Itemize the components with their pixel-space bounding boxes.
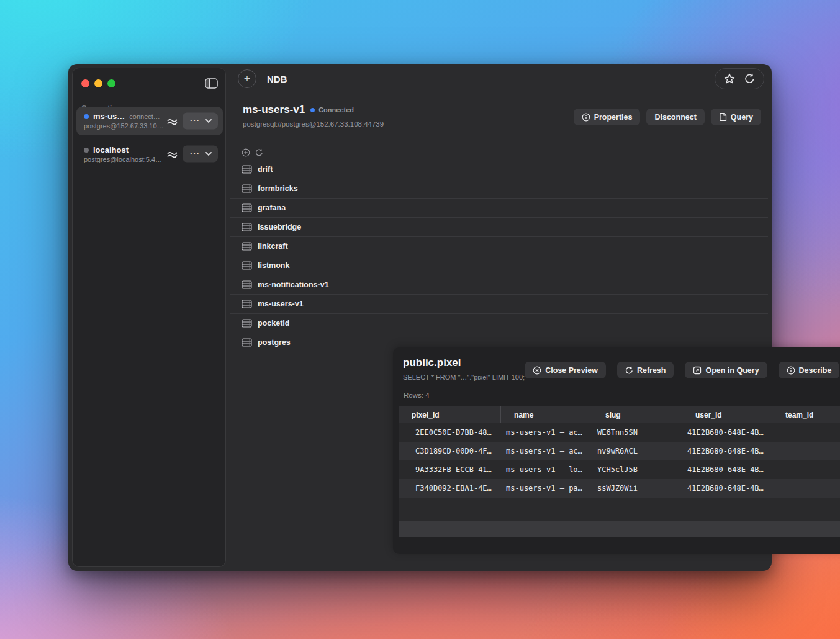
chevron-down-icon[interactable] (205, 119, 212, 123)
document-icon (719, 112, 727, 122)
connection-menu-button[interactable]: ··· (183, 113, 218, 130)
table-list: driftformbricksgrafanaissuebridgelinkcra… (230, 160, 768, 352)
connection-url: postgresql://postgres@152.67.33.108:4473… (243, 120, 384, 128)
grid-cell[interactable]: C3D189CD-00D0-4F… (399, 442, 500, 460)
connection-item-ms-users[interactable]: ms-us… connect… postgres@152.67.33.10… ·… (76, 107, 223, 135)
table-name: issuebridge (258, 223, 301, 231)
activity-wave-icon (167, 150, 178, 158)
table-list-item[interactable]: pocketid (230, 314, 768, 333)
close-window-button[interactable] (81, 79, 89, 87)
table-icon (242, 223, 252, 231)
grid-cell[interactable]: WE6Tnn5SN (592, 423, 682, 442)
connection-item-localhost[interactable]: localhost postgres@localhost:5.4… ··· (76, 140, 223, 168)
table-list-item[interactable]: linkcraft (230, 237, 768, 256)
grid-data-row[interactable]: 2EE0C50E-D7BB-48…ms-users-v1 – ac…WE6Tnn… (399, 423, 840, 442)
grid-cell[interactable]: 41E2B680-648E-4B… (682, 442, 772, 460)
grid-cell[interactable]: 41E2B680-648E-4B… (682, 460, 772, 479)
grid-cell[interactable]: ms-users-v1 – ac… (500, 442, 592, 460)
query-button[interactable]: Query (711, 109, 761, 125)
table-list-item[interactable]: grafana (230, 199, 768, 218)
info-icon (582, 113, 590, 122)
activity-wave-icon (167, 117, 178, 125)
grid-column-header[interactable]: team_id (772, 406, 840, 423)
chevron-down-icon[interactable] (205, 152, 212, 156)
ellipsis-icon: ··· (190, 115, 200, 127)
grid-cell[interactable]: 2EE0C50E-D7BB-48… (399, 423, 500, 442)
table-list-item[interactable]: drift (230, 160, 768, 179)
result-grid: pixel_idnamesluguser_idteam_idcreated_at… (399, 406, 840, 537)
grid-data-row[interactable]: C3D189CD-00D0-4F…ms-users-v1 – ac…nv9wR6… (399, 442, 840, 460)
favorite-star-icon[interactable] (724, 73, 735, 84)
grid-cell[interactable] (772, 423, 840, 442)
table-name: linkcraft (258, 242, 288, 251)
preview-sql: SELECT * FROM "…"."pixel" LIMIT 100; (403, 373, 525, 381)
preview-panel: public.pixel SELECT * FROM "…"."pixel" L… (393, 347, 840, 554)
preview-actions: Close Preview Refresh Open in Query (525, 362, 840, 378)
grid-cell[interactable]: ssWJZ0Wii (592, 479, 682, 498)
grid-data-row[interactable]: F340D092-EBA1-4E…ms-users-v1 – pa…ssWJZ0… (399, 479, 840, 498)
describe-button[interactable]: Describe (779, 362, 840, 378)
connection-name: ms-us… (93, 112, 125, 121)
info-icon (787, 366, 795, 375)
grid-data-row[interactable]: 9A3332FB-ECCB-41…ms-users-v1 – lo…YCH5cl… (399, 460, 840, 479)
grid-column-header[interactable]: slug (592, 406, 682, 423)
table-icon (242, 165, 252, 174)
grid-cell[interactable]: 41E2B680-648E-4B… (682, 479, 772, 498)
table-list-item[interactable]: formbricks (230, 179, 768, 199)
table-icon (242, 280, 252, 289)
app-window: Connections ms-us… connect… postgres@152… (68, 64, 772, 571)
grid-cell[interactable]: 9A3332FB-ECCB-41… (399, 460, 500, 479)
grid-cell[interactable]: ms-users-v1 – pa… (500, 479, 592, 498)
main-titlebar: + NDB (230, 64, 772, 94)
minimize-window-button[interactable] (94, 79, 102, 87)
table-name: pocketid (258, 319, 289, 328)
table-list-item[interactable]: issuebridge (230, 218, 768, 237)
table-list-item[interactable]: ms-users-v1 (230, 295, 768, 314)
ellipsis-icon: ··· (190, 148, 200, 159)
open-in-query-button[interactable]: Open in Query (685, 362, 767, 378)
grid-cell[interactable] (772, 460, 840, 479)
grid-body: 2EE0C50E-D7BB-48…ms-users-v1 – ac…WE6Tnn… (399, 423, 840, 498)
table-list-item[interactable]: listmonk (230, 256, 768, 275)
refresh-preview-button[interactable]: Refresh (617, 362, 674, 378)
refresh-tables-icon[interactable] (255, 148, 263, 157)
connected-status-dot (84, 114, 89, 119)
grid-cell[interactable] (772, 479, 840, 498)
app-title: NDB (267, 74, 287, 84)
new-tab-button[interactable]: + (238, 69, 256, 88)
toggle-sidebar-icon[interactable] (205, 78, 218, 89)
reload-icon[interactable] (744, 73, 755, 84)
grid-column-header[interactable]: name (500, 406, 592, 423)
grid-column-header[interactable]: user_id (682, 406, 772, 423)
grid-cell[interactable]: ms-users-v1 – lo… (500, 460, 592, 479)
titlebar-actions (715, 68, 764, 89)
horizontal-scrollbar[interactable] (399, 521, 840, 537)
disconnect-button[interactable]: Disconnect (646, 109, 704, 125)
table-icon (242, 319, 252, 328)
close-preview-button[interactable]: Close Preview (525, 362, 606, 378)
grid-column-header[interactable]: pixel_id (399, 406, 500, 423)
grid-cell[interactable]: YCH5clJ5B (592, 460, 682, 479)
grid-cell[interactable]: ms-users-v1 – ac… (500, 423, 592, 442)
grid-cell[interactable]: F340D092-EBA1-4E… (399, 479, 500, 498)
grid-cell[interactable]: 41E2B680-648E-4B… (682, 423, 772, 442)
zoom-window-button[interactable] (107, 79, 115, 87)
connection-header: ms-users-v1 Connected postgresql://postg… (243, 104, 384, 128)
preview-title: public.pixel (403, 357, 461, 369)
table-name: listmonk (258, 261, 289, 270)
table-list-item[interactable]: ms-notifications-v1 (230, 275, 768, 295)
add-table-icon[interactable] (242, 148, 250, 157)
properties-button[interactable]: Properties (574, 109, 641, 125)
main-area: + NDB ms-users-v1 (230, 64, 772, 571)
grid-cell[interactable]: nv9wR6ACL (592, 442, 682, 460)
table-name: ms-users-v1 (258, 300, 304, 308)
connection-menu-button[interactable]: ··· (183, 146, 218, 163)
connection-actions: Properties Disconnect Query (574, 109, 761, 125)
connected-dot (310, 108, 315, 112)
table-icon (242, 300, 252, 308)
grid-cell[interactable] (772, 442, 840, 460)
table-list-toolbar (242, 148, 263, 157)
close-circle-icon (533, 366, 541, 375)
table-name: grafana (258, 203, 286, 212)
grid-header-row: pixel_idnamesluguser_idteam_idcreated_at (399, 406, 840, 423)
